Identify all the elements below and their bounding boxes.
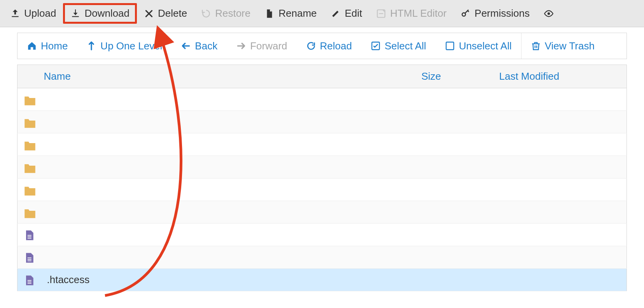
home-button[interactable]: Home: [18, 33, 77, 59]
file-name-cell[interactable]: [42, 224, 417, 246]
file-name-cell[interactable]: .htaccess: [42, 269, 417, 291]
reload-button[interactable]: Reload: [297, 33, 361, 59]
table-row[interactable]: [18, 111, 627, 133]
edit-button[interactable]: Edit: [324, 4, 369, 23]
delete-label: Delete: [158, 7, 187, 19]
table-row[interactable]: [18, 156, 627, 178]
col-name-label: Name: [44, 70, 71, 82]
file-name-cell[interactable]: [42, 133, 417, 156]
html-editor-label: HTML Editor: [390, 7, 446, 19]
folder-icon: [23, 94, 37, 106]
edit-icon: [331, 9, 341, 19]
permissions-icon: [460, 9, 471, 19]
back-label: Back: [195, 40, 217, 52]
file-modified-cell: [495, 111, 627, 133]
back-button[interactable]: Back: [172, 33, 227, 59]
file-modified-cell: [495, 133, 627, 156]
folder-icon-cell: [18, 133, 42, 156]
folder-icon-cell: [18, 156, 42, 178]
up-arrow-icon: [86, 41, 96, 51]
download-label: Download: [84, 7, 130, 19]
upload-button[interactable]: Upload: [3, 4, 63, 23]
download-button[interactable]: Download: [63, 3, 137, 24]
file-icon: [23, 275, 37, 286]
table-row[interactable]: [18, 133, 627, 156]
folder-icon-cell: [18, 88, 42, 111]
home-label: Home: [41, 40, 68, 52]
permissions-button[interactable]: Permissions: [453, 4, 537, 23]
view-trash-label: View Trash: [545, 40, 595, 52]
col-icon-header: [18, 65, 42, 88]
restore-button: Restore: [194, 4, 257, 23]
folder-icon: [23, 117, 37, 128]
home-icon: [27, 41, 37, 51]
rename-button[interactable]: Rename: [257, 4, 324, 23]
file-icon-cell: [18, 246, 42, 269]
file-modified-cell: [495, 246, 627, 269]
file-name-cell[interactable]: [42, 88, 417, 111]
permissions-label: Permissions: [474, 7, 530, 19]
file-modified-cell: [495, 201, 627, 224]
rename-icon: [264, 9, 275, 19]
file-icon: [23, 229, 37, 241]
reload-icon: [306, 41, 316, 51]
up-one-level-button[interactable]: Up One Level: [77, 33, 172, 59]
folder-icon-cell: [18, 201, 42, 224]
col-name-header[interactable]: Name: [42, 65, 417, 88]
table-row[interactable]: .htaccess: [18, 269, 627, 291]
file-size-cell: [417, 88, 495, 111]
file-size-cell: [417, 201, 495, 224]
view-button[interactable]: [537, 5, 554, 23]
file-size-cell: [417, 269, 495, 291]
file-size-cell: [417, 156, 495, 178]
forward-label: Forward: [250, 40, 287, 52]
edit-label: Edit: [345, 7, 362, 19]
file-name-cell[interactable]: [42, 178, 417, 201]
delete-icon: [144, 9, 154, 19]
eye-icon: [544, 9, 554, 19]
up-label: Up One Level: [100, 40, 162, 52]
folder-icon-cell: [18, 178, 42, 201]
file-size-cell: [417, 111, 495, 133]
view-trash-button[interactable]: View Trash: [522, 33, 604, 59]
trash-icon: [531, 41, 541, 51]
restore-label: Restore: [215, 7, 250, 19]
table-row[interactable]: [18, 88, 627, 111]
file-modified-cell: [495, 178, 627, 201]
select-all-button[interactable]: Select All: [361, 33, 436, 59]
col-modified-header[interactable]: Last Modified: [495, 65, 627, 88]
file-size-cell: [417, 133, 495, 156]
file-name-cell[interactable]: [42, 201, 417, 224]
table-row[interactable]: [18, 224, 627, 246]
delete-button[interactable]: Delete: [137, 4, 194, 23]
file-name-cell[interactable]: [42, 156, 417, 178]
file-size-cell: [417, 178, 495, 201]
upload-label: Upload: [24, 7, 56, 19]
table-row[interactable]: [18, 178, 627, 201]
back-arrow-icon: [181, 41, 191, 51]
file-name-cell[interactable]: [42, 246, 417, 269]
file-modified-cell: [495, 269, 627, 291]
file-table: Name Size Last Modified .htaccess: [17, 65, 627, 291]
forward-arrow-icon: [236, 41, 246, 51]
folder-icon: [23, 184, 37, 196]
folder-icon-cell: [18, 111, 42, 133]
file-modified-cell: [495, 224, 627, 246]
select-all-label: Select All: [385, 40, 426, 52]
check-off-icon: [445, 41, 455, 51]
html-editor-icon: [376, 9, 386, 19]
table-row[interactable]: [18, 201, 627, 224]
file-icon-cell: [18, 269, 42, 291]
folder-icon: [23, 207, 37, 219]
col-size-header[interactable]: Size: [417, 65, 495, 88]
forward-button: Forward: [227, 33, 296, 59]
table-row[interactable]: [18, 246, 627, 269]
file-size-cell: [417, 224, 495, 246]
file-name-cell[interactable]: [42, 111, 417, 133]
file-size-cell: [417, 246, 495, 269]
file-icon-cell: [18, 224, 42, 246]
file-modified-cell: [495, 156, 627, 178]
upload-icon: [10, 9, 20, 19]
unselect-all-button[interactable]: Unselect All: [436, 33, 521, 59]
navigation-bar: Home Up One Level Back Forward Reload Se…: [17, 33, 627, 59]
